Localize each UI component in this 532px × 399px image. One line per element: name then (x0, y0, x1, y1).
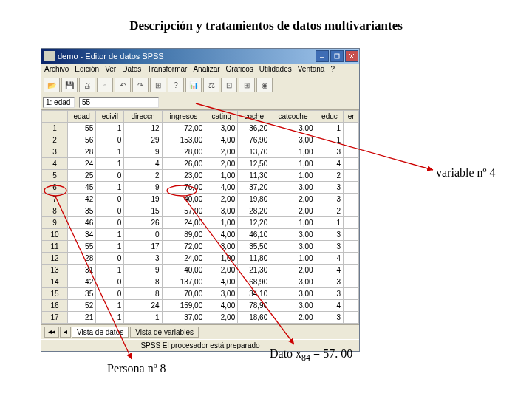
cell[interactable] (344, 324, 359, 325)
print-icon[interactable]: 🖨 (79, 78, 95, 92)
cell[interactable]: 1 (96, 146, 124, 158)
menu-transformar[interactable]: Transformar (147, 65, 187, 73)
open-icon[interactable]: 📂 (44, 78, 60, 92)
cell[interactable]: 24,00 (162, 253, 205, 265)
cell[interactable]: 26 (124, 217, 162, 229)
cell[interactable]: 1 (96, 300, 124, 312)
cell[interactable] (344, 182, 359, 194)
cell[interactable]: 0 (124, 229, 162, 241)
cell[interactable]: 3,00 (205, 241, 238, 253)
cell[interactable]: 1,00 (270, 217, 316, 229)
cell[interactable]: 4 (316, 253, 343, 265)
cell[interactable] (344, 170, 359, 182)
cell[interactable]: 46 (68, 217, 96, 229)
cell[interactable]: 2,00 (270, 205, 316, 217)
cell[interactable]: 16 (42, 300, 68, 312)
cell[interactable]: 1 (96, 265, 124, 276)
cell[interactable]: 3 (316, 229, 343, 241)
cell[interactable]: 1 (96, 182, 124, 194)
cell[interactable]: 1,00 (205, 170, 238, 182)
cell[interactable] (344, 241, 359, 253)
cell[interactable]: 17 (42, 312, 68, 324)
cell[interactable]: 2,00 (270, 265, 316, 276)
cell[interactable]: 11,30 (238, 170, 270, 182)
cell[interactable]: 45 (68, 182, 96, 194)
cell[interactable]: 24,00 (162, 217, 205, 229)
cell[interactable]: 2,00 (205, 146, 238, 158)
cell[interactable]: 76,00 (162, 182, 205, 194)
menu-analizar[interactable]: Analizar (193, 65, 219, 73)
cell[interactable]: 55 (68, 123, 96, 134)
cell[interactable]: 1,00 (270, 324, 316, 325)
cell[interactable]: 1 (316, 123, 343, 134)
dialog-icon[interactable]: ▫ (97, 78, 113, 92)
cell[interactable]: 3 (316, 312, 343, 324)
cell[interactable]: 55 (68, 241, 96, 253)
cell[interactable]: 23,00 (162, 170, 205, 182)
cell[interactable] (344, 276, 359, 288)
tab-first[interactable]: ◂◂ (44, 327, 59, 338)
cell[interactable]: 31 (68, 265, 96, 276)
cell[interactable]: 2 (316, 205, 343, 217)
goto-icon[interactable]: ⊞ (150, 78, 166, 92)
weight-icon[interactable]: ⚖ (203, 78, 219, 92)
cell[interactable]: 2,00 (205, 194, 238, 205)
cell[interactable] (344, 312, 359, 324)
menu-archivo[interactable]: Archivo (44, 65, 69, 73)
cell[interactable]: 12 (42, 253, 68, 265)
cell[interactable]: 11 (42, 241, 68, 253)
cell[interactable]: 21,30 (238, 265, 270, 276)
cell[interactable] (344, 288, 359, 300)
tab-variable-view[interactable]: Vista de variables (130, 327, 199, 338)
cell[interactable]: 3,00 (270, 300, 316, 312)
cell[interactable]: 1,00 (270, 170, 316, 182)
cell[interactable] (344, 158, 359, 170)
cell[interactable]: 4 (316, 265, 343, 276)
col-header[interactable]: cating (205, 111, 238, 123)
cell[interactable]: 4 (316, 300, 343, 312)
tab-prev[interactable]: ◂ (60, 327, 71, 338)
col-header[interactable]: er (344, 111, 359, 123)
cell[interactable] (344, 253, 359, 265)
menu-ver[interactable]: Ver (105, 65, 116, 73)
menu-ventana[interactable]: Ventana (298, 65, 325, 73)
tab-data-view[interactable]: Vista de datos (72, 327, 129, 338)
cell[interactable]: 17 (124, 241, 162, 253)
col-header[interactable] (42, 111, 68, 123)
cell[interactable]: 4,00 (205, 134, 238, 146)
cell[interactable]: 89,00 (162, 229, 205, 241)
cell[interactable]: 68,90 (238, 276, 270, 288)
col-header[interactable]: ingresos (162, 111, 205, 123)
cell[interactable]: 37,20 (238, 182, 270, 194)
cell[interactable]: 0 (96, 324, 124, 325)
cell[interactable]: 1 (42, 123, 68, 134)
menu-utilidades[interactable]: Utilidades (259, 65, 292, 73)
cell[interactable] (344, 123, 359, 134)
cell[interactable]: 3 (316, 288, 343, 300)
col-header[interactable]: ecivil (96, 111, 124, 123)
cell[interactable]: 40,00 (162, 265, 205, 276)
cell[interactable]: 1 (96, 123, 124, 134)
cell[interactable]: 3 (124, 253, 162, 265)
cell[interactable]: 18 (42, 324, 68, 325)
col-header[interactable]: direccn (124, 111, 162, 123)
cell[interactable]: 1,00 (270, 253, 316, 265)
cell[interactable] (344, 146, 359, 158)
close-button[interactable] (345, 50, 358, 62)
cell[interactable]: 3,00 (270, 123, 316, 134)
data-grid[interactable]: edadecivildireccningresoscatingcochecatc… (41, 110, 359, 324)
cell[interactable]: 35 (68, 288, 96, 300)
cell[interactable]: 26,00 (162, 158, 205, 170)
cell[interactable]: 1,00 (270, 146, 316, 158)
cell[interactable]: 12 (124, 123, 162, 134)
cell[interactable]: 35 (68, 205, 96, 217)
cell[interactable]: 28,00 (162, 324, 205, 325)
cell[interactable]: 24 (124, 300, 162, 312)
cell[interactable]: 4,00 (205, 300, 238, 312)
cell[interactable]: 1,00 (270, 158, 316, 170)
cell[interactable] (344, 205, 359, 217)
cell[interactable]: 0 (96, 205, 124, 217)
cell[interactable]: 24 (68, 158, 96, 170)
menu-?[interactable]: ? (330, 65, 335, 73)
menu-edición[interactable]: Edición (75, 65, 99, 73)
